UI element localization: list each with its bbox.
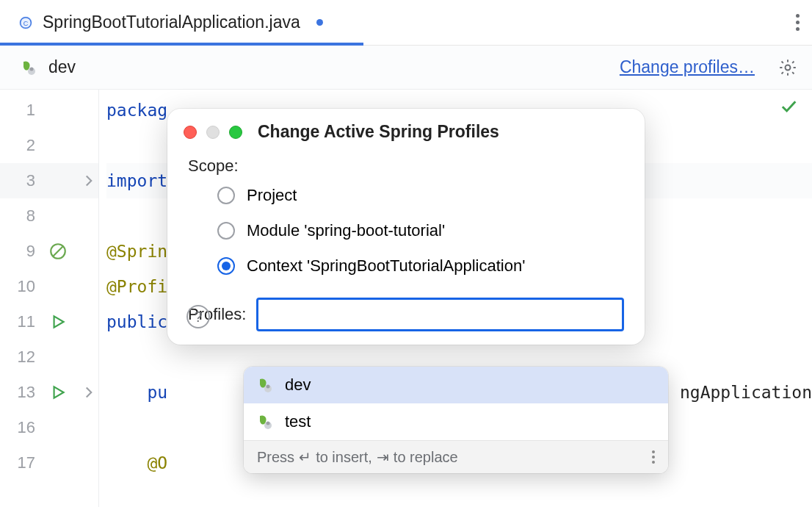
spring-profile-icon <box>21 59 38 76</box>
dialog-titlebar: Change Active Spring Profiles <box>167 122 645 151</box>
gutter-line[interactable]: 13 <box>0 375 98 410</box>
code-text: packag <box>106 101 167 120</box>
scope-radio-project[interactable]: Project <box>217 186 624 205</box>
radio-icon <box>217 257 235 275</box>
footer-text: to replace <box>394 449 458 466</box>
gutter-line[interactable]: 16 <box>0 410 98 445</box>
dirty-indicator-icon <box>316 19 323 26</box>
tab-key-icon: ⇥ <box>377 448 389 466</box>
active-profile-label: dev <box>48 57 76 77</box>
svg-point-8 <box>267 385 270 389</box>
code-text: pu <box>106 383 167 402</box>
profiles-input[interactable] <box>256 298 624 331</box>
scope-label: Scope: <box>188 157 624 176</box>
window-close-icon[interactable] <box>184 126 197 139</box>
fold-expand-icon[interactable] <box>79 171 98 190</box>
fold-expand-icon[interactable] <box>79 383 98 402</box>
forbidden-icon <box>48 242 68 261</box>
svg-point-5 <box>786 65 791 70</box>
svg-point-10 <box>267 422 270 425</box>
inspection-ok-icon[interactable] <box>778 96 799 116</box>
gutter-line[interactable]: 2 <box>0 128 98 163</box>
help-icon[interactable]: ? <box>186 305 210 328</box>
gutter-line[interactable]: 9 <box>0 234 98 269</box>
run-icon[interactable] <box>48 312 68 331</box>
gutter-line[interactable]: 17 <box>0 445 98 481</box>
enter-key-icon: ↵ <box>299 448 311 466</box>
code-text: import <box>106 171 167 190</box>
svg-text:C: C <box>23 19 29 26</box>
footer-text: Press <box>257 449 294 466</box>
editor-tab[interactable]: C SpringBootTutorialApplication.java <box>0 0 336 45</box>
java-file-icon: C <box>18 15 34 31</box>
code-text: @O <box>106 453 167 472</box>
code-text: @Sprin <box>106 242 167 261</box>
dialog-title: Change Active Spring Profiles <box>258 122 499 142</box>
gutter-line[interactable]: 3 <box>0 163 98 198</box>
autocomplete-item[interactable]: test <box>244 403 668 440</box>
autocomplete-footer: Press ↵ to insert, ⇥ to replace <box>244 440 668 473</box>
tab-overflow-button[interactable] <box>783 14 812 31</box>
gutter-line[interactable]: 10 <box>0 269 98 304</box>
radio-icon <box>217 222 235 240</box>
spring-profile-icon <box>257 413 275 431</box>
footer-text: to insert, <box>316 449 372 466</box>
spring-profile-icon <box>257 376 275 394</box>
editor-tab-title: SpringBootTutorialApplication.java <box>43 12 300 32</box>
change-profiles-link[interactable]: Change profiles… <box>620 57 755 77</box>
scope-radio-context[interactable]: Context 'SpringBootTutorialApplication' <box>217 256 624 276</box>
autocomplete-item-label: dev <box>285 375 311 395</box>
scope-radio-module[interactable]: Module 'spring-boot-tutorial' <box>217 221 624 240</box>
profiles-banner: dev Change profiles… <box>0 46 812 90</box>
gutter-line[interactable]: 11 <box>0 304 98 339</box>
radio-icon <box>217 187 235 204</box>
tab-bar: C SpringBootTutorialApplication.java <box>0 0 812 46</box>
active-tab-underline <box>0 43 363 46</box>
scope-radio-group: Project Module 'spring-boot-tutorial' Co… <box>188 176 624 283</box>
svg-point-4 <box>30 67 34 71</box>
autocomplete-options-button[interactable] <box>652 450 655 464</box>
change-profiles-dialog: Change Active Spring Profiles Scope: Pro… <box>167 109 645 345</box>
radio-label: Project <box>247 186 297 205</box>
radio-label: Context 'SpringBootTutorialApplication' <box>247 256 525 276</box>
autocomplete-item-label: test <box>285 412 311 431</box>
autocomplete-popup: dev test Press ↵ to insert, ⇥ to replace <box>244 367 668 473</box>
code-text: @Profi <box>106 277 167 296</box>
window-zoom-icon[interactable] <box>229 126 242 139</box>
gutter-line[interactable]: 12 <box>0 339 98 375</box>
autocomplete-item[interactable]: dev <box>244 367 668 403</box>
window-minimize-icon <box>206 126 220 139</box>
radio-label: Module 'spring-boot-tutorial' <box>247 221 445 240</box>
gutter-line[interactable]: 1 <box>0 93 98 128</box>
gutter-line[interactable]: 8 <box>0 198 98 234</box>
code-text: public <box>106 312 167 331</box>
run-icon[interactable] <box>48 383 68 402</box>
gutter: 1 2 3 8 9 10 11 12 13 16 17 <box>0 90 99 507</box>
gear-icon[interactable] <box>778 58 797 77</box>
code-text: ngApplication <box>680 383 812 402</box>
